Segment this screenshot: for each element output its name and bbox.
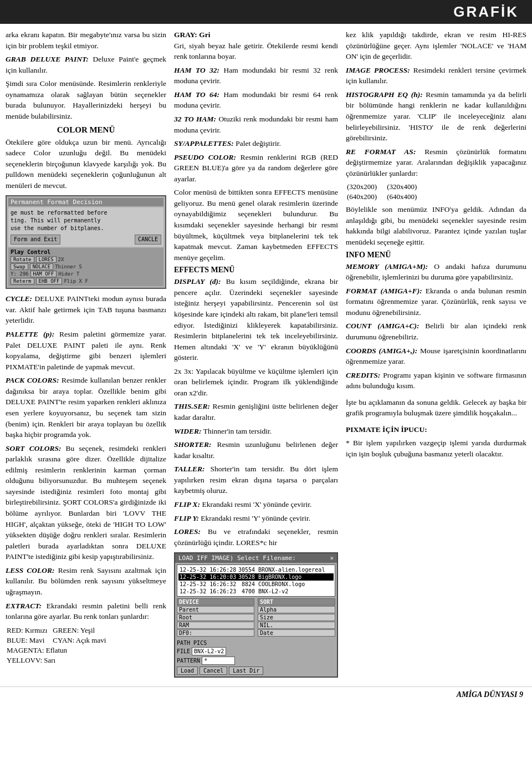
file-item-3[interactable]: 12-25-32 16:26:32 8824 COOLBRONX.logo: [178, 581, 334, 588]
last-dir-btn[interactable]: Last Dir: [229, 667, 263, 675]
display-label: DISPLAY (d):: [174, 277, 221, 286]
play-control-label: Play Control: [11, 249, 161, 255]
swap-btn[interactable]: Swap: [11, 263, 28, 270]
lores-btn[interactable]: LORES: [36, 256, 57, 263]
ehb-off-btn[interactable]: EHB OFF: [36, 278, 63, 284]
file-item-1[interactable]: 12-25-32 16:26:28 30554 BRONX-alien.loge…: [178, 566, 334, 573]
ham32-label: HAM TO 32:: [174, 66, 219, 74]
para-palette: PALETTE (p): Resim paletini görmemize ya…: [6, 329, 166, 372]
para-info-intro: Böylelikle son menümüz INFO'ya geldik. A…: [346, 204, 526, 247]
device-ram[interactable]: RAM: [177, 622, 254, 629]
magenta-color: MAGENTA: Eflatun: [7, 646, 110, 655]
gray-text: Gri, siyah beyaz hale getirir. Ötekilerd…: [174, 42, 338, 61]
ctrl-row-1: Rotate LORES 2X: [11, 256, 161, 263]
image-label: IMAGE PROCESS:: [346, 66, 410, 74]
pattern-row: PATTERN *: [177, 657, 335, 665]
cancel-btn[interactable]: CANCLE: [135, 235, 161, 245]
sort-alpha[interactable]: Alpha: [258, 606, 335, 613]
para-arka: arka ekranı kapatın. Bir megabyte'ınız v…: [6, 29, 166, 51]
page-header: GRAFİK: [0, 0, 532, 24]
para-display: DISPLAY (d): Bu kısım seçildiğinde, ekra…: [174, 276, 338, 363]
sort-nil[interactable]: NIL.: [258, 622, 335, 629]
reform-btn[interactable]: Reterm: [11, 278, 34, 284]
rotate-btn[interactable]: Rotate: [11, 256, 34, 263]
para-extract: EXTRACT: Ekrandaki resmin paletini belli…: [6, 601, 166, 622]
ctrl-row-4: Reterm EHB OFF Flip X F: [11, 278, 161, 284]
file-item-4[interactable]: 12-25-32 16:26:23 4700 BNX-L2-v2: [178, 588, 334, 595]
para-pseudo: PSEUDO COLOR: Resmin renklerini RGB (RED…: [174, 152, 338, 185]
reformat-label: RE FORMAT AS:: [346, 148, 416, 156]
device-sort-panel: DEVICE Parent Root RAM DF0: SORT Alpha S…: [177, 598, 335, 638]
para-image: IMAGE PROCESS: Resimdeki renkleri tersin…: [346, 65, 526, 87]
resolution-table: (320x200) (320x400) (640x200) (640x400): [346, 181, 427, 202]
coords-label: COORDS (AMIGA+,):: [346, 347, 417, 355]
load-btn[interactable]: Load: [177, 667, 198, 675]
para-count: COUNT (AMIGA+C): Belirli bir alan içinde…: [346, 321, 526, 342]
file-field-row: FILE BNX-L2-v2: [177, 647, 335, 655]
path-line: PATH PICS: [177, 640, 335, 646]
main-content: arka ekranı kapatın. Bir megabyte'ınız v…: [0, 24, 532, 682]
sypal-text: Palet değiştirir.: [234, 139, 281, 148]
ctrl-row-3: Y: 296 HAM OFF Hider T: [11, 271, 161, 277]
yellow-color: YELLOVV: Sarı: [7, 656, 110, 665]
extract-label: EXTRACT:: [6, 602, 42, 610]
file-item-2[interactable]: 12-25-32 16:20:03 30528 BigBRONX.logo: [178, 573, 334, 581]
sort-text: Bu seçenek, resimdeki renkleri parlaklık…: [6, 444, 166, 561]
path-row: DEVICE Parent Root RAM DF0: SORT Alpha S…: [177, 598, 335, 638]
path-label: PATH PICS: [177, 640, 207, 646]
para-hires: kez klik yapıldığı takdirde, ekran ve re…: [346, 29, 526, 62]
sort-size[interactable]: Size: [258, 614, 335, 621]
histo-label: HISTOGRAPH EQ (h):: [346, 90, 423, 99]
ham64-label: HAM TO 64:: [174, 90, 219, 99]
device-col: DEVICE Parent Root RAM DF0:: [177, 598, 254, 637]
para-memory: MEMORY (AMIGA+M): O andaki hafıza durumu…: [346, 261, 526, 283]
col-right: kez klik yapıldığı takdirde, ekran ve re…: [344, 29, 526, 682]
para-thiser: THIS.SER: Resmin genişliğini üstte belir…: [174, 401, 338, 423]
device-root[interactable]: Root: [177, 614, 254, 621]
form-exit-btn[interactable]: Form and Exit: [11, 235, 60, 245]
para-pack: PACK COLORS: Resimde kullanılan benzer r…: [6, 375, 166, 440]
less-label: LESS COLOR:: [6, 566, 55, 574]
close-icon[interactable]: ×: [330, 555, 334, 562]
lores-label: LORES:: [174, 527, 201, 536]
pixmate-tip-title: PIXMATE İÇİN İPUCU:: [346, 424, 526, 435]
ham-off-btn[interactable]: HAM OFF: [30, 271, 57, 277]
para-2x3x: 2x 3x: Yapılacak büyültme ve küçültme iş…: [174, 366, 338, 399]
sort-col: SORT Alpha Size NIL. Date: [258, 598, 335, 637]
screen-simulation: Permanent Format Decision ge must be ref…: [6, 195, 166, 289]
palette-label: PALETTE (p):: [6, 330, 54, 338]
file-value-field[interactable]: BNX-L2-v2: [192, 647, 226, 655]
display-text: Bu kısım seçildiğinde, ekrana bir pencer…: [174, 277, 338, 362]
device-df0[interactable]: DF0:: [177, 629, 254, 637]
para-sypal: SY/APPALETTES: Palet değiştirir.: [174, 138, 338, 149]
effects-title: EFFECTS MENÜ: [174, 266, 338, 274]
screen-line-3: use the number of bitplanes.: [11, 225, 161, 232]
screen-controls: Play Control Rotate LORES 2X Swap NOLACE…: [8, 248, 163, 286]
taller-label: TALLER:: [174, 465, 205, 473]
footer-text: AMİGA DÜNYASI 9: [457, 690, 523, 699]
pattern-label: PATTERN: [177, 658, 200, 664]
para-taller: TALLER: Shorter'in tam tersidir. Bu dört…: [174, 464, 338, 496]
para-wider: WIDER: Thinner'in tam tersidir.: [174, 426, 338, 437]
file-list: 12-25-32 16:26:28 30554 BRONX-alien.loge…: [177, 564, 335, 597]
nolace-btn[interactable]: NOLACE: [30, 263, 54, 270]
screen-line-1: ge must be reformatted before: [11, 209, 161, 217]
para-cycle: CYCLE: DELUXE PAINTteki modun aynısı bur…: [6, 293, 166, 326]
para-lores: LORES: Bu ve etrafındaki seçenekler, res…: [174, 526, 338, 548]
para-reformat: RE FORMAT AS: Resmin çözünürlük formatın…: [346, 146, 526, 179]
device-parent[interactable]: Parent: [177, 606, 254, 613]
para-gray: GRAY: Gri Gri, siyah beyaz hale getirir.…: [174, 29, 338, 62]
file-dialog-body: 12-25-32 16:26:28 30554 BRONX-alien.loge…: [175, 563, 337, 677]
ham-to-label: 32 TO HAM:: [174, 115, 216, 123]
cycle-label: CYCLE:: [6, 294, 32, 303]
pattern-field[interactable]: *: [202, 657, 235, 665]
para-otekilere: Ötekilere göre oldukça uzun bir menü. Ay…: [6, 137, 166, 191]
file-dialog-title-text: LOAD IFF IMAGE) Select Filename:: [178, 555, 296, 562]
cancel-file-btn[interactable]: Cancel: [200, 667, 227, 675]
para-ham64: HAM TO 64: Ham modundaki bir resmi 64 re…: [174, 89, 338, 111]
file-dialog: LOAD IFF IMAGE) Select Filename: × 12-25…: [174, 552, 338, 678]
res-320x400: (320x400): [387, 182, 426, 191]
cyan-color: CYAN: Açık mavi: [53, 636, 110, 645]
sort-date[interactable]: Date: [258, 629, 335, 637]
para-format: FORMAT (AMIGA+F): Ekranda o anda bulunan…: [346, 286, 526, 318]
